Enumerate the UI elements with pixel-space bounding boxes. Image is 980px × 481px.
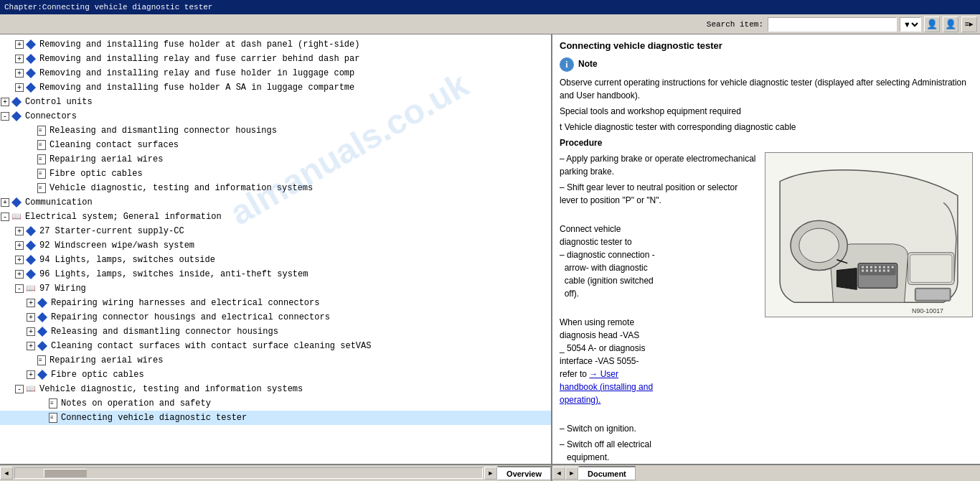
folder-icon-4 [26, 83, 36, 93]
expand-icon-17[interactable]: + [15, 270, 24, 279]
tree-item-20[interactable]: +Repairing connector housings and electr… [0, 310, 551, 324]
right-panel: Connecting vehicle diagnostic tester i N… [552, 34, 980, 464]
note-icon-1: i [560, 57, 574, 72]
tree-item-1[interactable]: +Removing and installing fuse holder at … [0, 37, 551, 52]
tree-item-17[interactable]: +96 Lights, lamps, switches inside, anti… [0, 267, 551, 281]
search-input[interactable] [768, 17, 897, 32]
tree-item-7[interactable]: Releasing and dismantling connector hous… [0, 123, 551, 138]
tree-item-12[interactable]: +Communication [0, 195, 551, 210]
status-right: ◄ ► Document [552, 465, 980, 481]
tree-item-23[interactable]: Repairing aerial wires [0, 353, 551, 368]
expand-icon-13[interactable]: - [1, 213, 9, 221]
expand-icon-19[interactable]: + [27, 299, 35, 307]
tree-label-5: Control units [25, 95, 93, 108]
tree-label-8: Cleaning contact surfaces [50, 139, 179, 151]
expand-icon-1[interactable]: + [15, 40, 24, 49]
tree-item-22[interactable]: +Cleaning contact surfaces with contact … [0, 339, 551, 353]
tree-label-6: Connectors [25, 110, 77, 123]
tree-item-19[interactable]: +Repairing wiring harnesses and electric… [0, 296, 551, 310]
expand-icon-22[interactable]: + [27, 342, 35, 350]
tree-item-3[interactable]: +Removing and installing relay and fuse … [0, 66, 551, 80]
tree-item-9[interactable]: Repairing aerial wires [0, 152, 551, 167]
tree-item-14[interactable]: +27 Starter-current supply-CC [0, 224, 551, 238]
doc-icon-7 [37, 126, 46, 136]
tree-item-24[interactable]: +Fibre optic cables [0, 368, 551, 382]
tree-item-11[interactable]: Vehicle diagnostic, testing and informat… [0, 181, 551, 195]
expand-icon-25[interactable]: - [15, 385, 24, 393]
tree-item-18[interactable]: -📖97 Wiring [0, 281, 551, 296]
tree-item-13[interactable]: -📖Electrical system; General information [0, 210, 551, 224]
status-bar: ◄ ► Overview ◄ ► Document [0, 464, 980, 481]
tree-label-18: 97 Wiring [39, 282, 86, 295]
tree-label-16: 94 Lights, lamps, switches outside [39, 253, 215, 266]
title-bar: Chapter:Connecting vehicle diagnostic te… [0, 0, 980, 14]
svg-rect-21 [910, 254, 951, 282]
folder-icon-14 [26, 226, 36, 236]
expand-icon-3[interactable]: + [15, 69, 24, 78]
tree-label-21: Releasing and dismantling connector hous… [51, 325, 278, 338]
horizontal-scrollbar-left[interactable] [14, 467, 483, 479]
tree-label-20: Repairing connector housings and electri… [51, 311, 330, 324]
tree-item-16[interactable]: +94 Lights, lamps, switches outside [0, 253, 551, 267]
expand-icon-15[interactable]: + [15, 241, 24, 250]
expand-icon-6[interactable]: - [1, 112, 9, 121]
expand-icon-21[interactable]: + [27, 327, 35, 336]
search-dropdown[interactable]: ▼ [900, 17, 921, 32]
tree-label-17: 96 Lights, lamps, switches inside, anti-… [39, 268, 308, 281]
status-left: ◄ ► Overview [0, 465, 552, 481]
openbook-icon-13: 📖 [11, 213, 22, 221]
tree-item-26[interactable]: Notes on operation and safety [0, 396, 551, 411]
tree-item-2[interactable]: +Removing and installing relay and fuse … [0, 52, 551, 66]
scroll-left-btn-2[interactable]: ◄ [552, 467, 565, 480]
expand-icon-18[interactable]: - [15, 284, 24, 293]
expand-icon-4[interactable]: + [15, 83, 24, 92]
expand-icon-5[interactable]: + [1, 98, 9, 106]
tree-label-3: Removing and installing relay and fuse h… [39, 67, 354, 80]
tab-overview[interactable]: Overview [497, 466, 551, 480]
tab-document[interactable]: Document [578, 466, 636, 480]
doc-icon-23 [37, 355, 46, 365]
expand-icon-24[interactable]: + [27, 370, 35, 379]
tree-item-15[interactable]: +92 Windscreen wipe/wash system [0, 238, 551, 253]
scroll-right-btn-2[interactable]: ► [565, 467, 578, 480]
folder-icon-3 [26, 68, 36, 78]
expand-icon-12[interactable]: + [1, 198, 9, 207]
scroll-right-btn[interactable]: ► [484, 467, 497, 480]
tree-item-21[interactable]: +Releasing and dismantling connector hou… [0, 324, 551, 339]
folder-icon-15 [26, 240, 36, 251]
note-box-1: i Note [560, 57, 973, 72]
tree-label-25: Vehicle diagnostic, testing and informat… [39, 383, 303, 396]
toolbar-menu-btn[interactable]: ≡▸ [961, 17, 977, 32]
tree-label-19: Repairing wiring harnesses and electrica… [51, 296, 319, 309]
tree-item-27[interactable]: Connecting vehicle diagnostic tester [0, 411, 551, 425]
main-container: +Removing and installing fuse holder at … [0, 34, 980, 464]
tree-label-14: 27 Starter-current supply-CC [39, 225, 184, 238]
folder-icon-22 [37, 341, 47, 351]
toolbar-user-btn2[interactable]: 👤 [943, 17, 958, 32]
scrollbar-thumb-left[interactable] [44, 469, 87, 477]
tree-item-6[interactable]: -Connectors [0, 109, 551, 123]
folder-icon-16 [26, 255, 36, 265]
step-3: Connect vehiclediagnostic tester to– dia… [560, 223, 758, 300]
toolbar-user-btn1[interactable]: 👤 [924, 17, 940, 32]
folder-icon-24 [37, 370, 47, 380]
doc-icon-11 [37, 183, 46, 193]
tree-label-9: Repairing aerial wires [50, 153, 163, 166]
tree-item-4[interactable]: +Removing and installing fuse holder A S… [0, 80, 551, 95]
tree-label-2: Removing and installing relay and fuse c… [39, 52, 359, 65]
expand-icon-16[interactable]: + [15, 256, 24, 264]
scroll-left-btn[interactable]: ◄ [0, 467, 13, 480]
tree-content[interactable]: +Removing and installing fuse holder at … [0, 34, 551, 464]
tree-item-10[interactable]: Fibre optic cables [0, 167, 551, 181]
expand-icon-20[interactable]: + [27, 313, 35, 322]
svg-rect-5 [862, 266, 864, 268]
expand-icon-14[interactable]: + [15, 227, 24, 235]
tree-label-24: Fibre optic cables [51, 368, 144, 381]
tree-item-8[interactable]: Cleaning contact surfaces [0, 138, 551, 152]
expand-icon-2[interactable]: + [15, 55, 24, 63]
step-4: When using remotediagnosis head -VAS_ 50… [560, 316, 758, 406]
tree-item-5[interactable]: +Control units [0, 95, 551, 109]
tree-item-25[interactable]: -📖Vehicle diagnostic, testing and inform… [0, 382, 551, 396]
handbook-link[interactable]: → Userhandbook (installing andoperating)… [560, 369, 653, 405]
tree-label-13: Electrical system; General information [25, 210, 222, 223]
